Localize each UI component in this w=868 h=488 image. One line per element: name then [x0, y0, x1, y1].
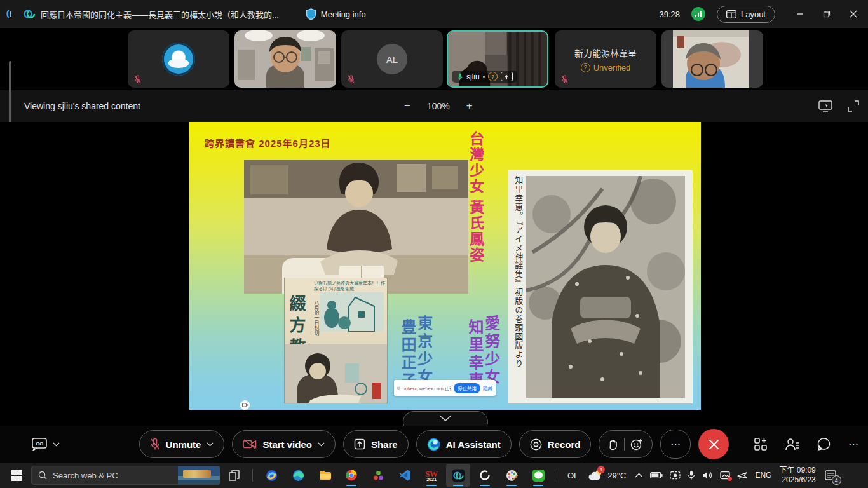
stop-sharing-button[interactable]: 停止共用 — [454, 383, 480, 393]
taskbar-app-paint[interactable] — [499, 464, 524, 487]
photo-kimono-woman — [526, 176, 685, 398]
taskbar-app-file-explorer[interactable] — [313, 464, 337, 487]
organization-logo — [162, 43, 195, 76]
taskbar-separator — [252, 469, 253, 482]
participant-tile-AL[interactable]: AL — [341, 30, 443, 88]
unverified-label: Unverified — [593, 63, 631, 72]
record-label: Record — [548, 439, 581, 450]
ai-assistant-icon — [427, 438, 440, 451]
captions-icon: CC — [32, 438, 47, 451]
edge-icon — [292, 470, 304, 482]
task-view-button[interactable] — [222, 464, 246, 487]
chrome-icon — [346, 470, 357, 481]
taskbar-app-dots[interactable] — [366, 464, 390, 487]
solidworks-icon: SW2021 — [425, 470, 438, 482]
share-button[interactable]: Share — [343, 430, 409, 458]
mic-off-icon — [150, 438, 160, 451]
layout-grid-icon — [726, 10, 736, 18]
tray-chevron-up-icon[interactable] — [635, 473, 643, 478]
svg-text:CC: CC — [36, 441, 43, 447]
ai-assistant-button[interactable]: AI Assistant — [416, 430, 512, 458]
tokyo-girl-text: 東京少女 — [416, 315, 433, 386]
start-button[interactable] — [11, 470, 22, 481]
zoom-out-button[interactable]: − — [404, 100, 410, 112]
closed-captions-button[interactable]: CC — [32, 438, 60, 451]
participant-tile-video-2[interactable] — [661, 30, 763, 88]
reactions-button-group[interactable] — [599, 430, 653, 458]
share-banner-text: nukeoc.webex.com 正在共用您的畫面。 — [403, 384, 451, 391]
language-indicator[interactable]: ENG — [755, 471, 771, 480]
pop-out-screen-icon[interactable] — [818, 100, 832, 112]
slideshow-camera-button[interactable] — [240, 400, 250, 410]
participants-panel-icon[interactable] — [785, 437, 800, 451]
chevron-down-icon — [318, 442, 325, 447]
unverified-question-icon: ? — [581, 63, 590, 72]
layout-button[interactable]: Layout — [717, 6, 775, 23]
taskbar-app-line[interactable] — [526, 464, 550, 487]
taskbar-app-chrome[interactable] — [339, 464, 363, 487]
taskbar-app-vscode[interactable] — [393, 464, 417, 487]
taskbar-search-input[interactable]: Search web & PC — [31, 466, 220, 485]
more-panels-icon[interactable]: ⋯ — [848, 438, 859, 451]
record-icon — [530, 438, 542, 451]
start-video-label: Start video — [262, 439, 312, 450]
dots-app-icon — [373, 470, 384, 481]
running-indicator — [346, 485, 356, 487]
speaker-icon[interactable] — [702, 471, 713, 480]
participant-tile-unverified[interactable]: 新力能源林韋呈 ?Unverified — [555, 30, 656, 88]
participant-filmstrip: AL sjliu ? 新力能源林韋呈 — [0, 28, 868, 90]
chevron-down-icon — [53, 442, 60, 447]
weather-alert-badge: 1 — [597, 466, 605, 473]
close-x-icon — [709, 439, 719, 450]
mic-tray-icon[interactable] — [688, 470, 695, 480]
poster-tagline: い銳も讀ノ藝收の大最度年本！！作探るけつげ投を絮威 — [314, 280, 385, 292]
title-bar: 回應日本帝國的同化主義——長見義三的樺太小說（和人教我的... Meeting … — [0, 0, 868, 28]
webex-logo-icon — [23, 8, 36, 20]
taskbar-app-edge[interactable] — [286, 464, 310, 487]
close-button[interactable] — [849, 10, 858, 18]
participant-tile-video-1[interactable] — [234, 30, 336, 88]
more-options-button[interactable]: ⋯ — [660, 430, 691, 459]
temperature-label: 29°C — [607, 471, 626, 480]
running-indicator — [426, 485, 437, 487]
snip-tool-tray[interactable] — [720, 471, 730, 480]
leave-meeting-button[interactable] — [698, 429, 729, 459]
divider — [624, 438, 625, 451]
shared-slide: 跨界讀書會 2025年6月23日 台灣少女黃氏鳳姿 — [189, 122, 701, 410]
participant-tile-sjliu[interactable]: sjliu ? — [447, 30, 548, 88]
tray-ol-indicator[interactable]: OL — [567, 471, 578, 480]
minimize-button[interactable] — [796, 10, 804, 18]
running-indicator — [480, 485, 490, 487]
browser-share-banner: nukeoc.webex.com 正在共用您的畫面。 停止共用 隱藏 — [394, 380, 496, 396]
notification-center-button[interactable]: 4 — [822, 467, 839, 484]
separator-dot — [483, 76, 485, 78]
shared-content-area: 跨界讀書會 2025年6月23日 台灣少女黃氏鳳姿 — [0, 122, 868, 426]
taskbar-app-circle[interactable] — [473, 464, 497, 487]
unmute-button[interactable]: Unmute — [139, 430, 225, 458]
poster-date: 八月拾一日封切 — [313, 300, 320, 336]
record-button[interactable]: Record — [519, 430, 592, 458]
participant-tile-logo[interactable] — [128, 30, 229, 88]
unverified-badge: ?Unverified — [581, 63, 631, 72]
weather-widget[interactable]: 1 29°C — [588, 469, 626, 482]
meeting-timer: 39:28 — [659, 10, 680, 19]
start-video-button[interactable]: Start video — [232, 430, 336, 458]
apps-panel-icon[interactable] — [754, 437, 768, 451]
chat-panel-icon[interactable] — [817, 437, 831, 451]
taskbar-app-webex[interactable] — [446, 464, 470, 487]
running-indicator — [506, 485, 517, 487]
fullscreen-icon[interactable] — [848, 100, 859, 112]
restore-button[interactable] — [822, 10, 831, 18]
screen-record-icon[interactable] — [670, 471, 681, 480]
muted-mic-icon — [346, 74, 356, 84]
slide-vertical-text-taiwan: 台灣少女黃氏鳳姿 — [467, 131, 484, 334]
ring-app-icon — [479, 470, 491, 481]
copilot-button[interactable] — [259, 464, 283, 487]
airplane-mode-icon[interactable] — [737, 470, 748, 480]
meeting-info-button[interactable]: Meeting info — [306, 8, 366, 20]
taskbar-app-solidworks[interactable]: SW2021 — [419, 464, 444, 487]
taskbar-clock[interactable]: 下午 09:09 2025/6/23 — [779, 466, 815, 485]
zoom-in-button[interactable]: + — [466, 100, 473, 112]
hide-banner-button[interactable]: 隱藏 — [483, 384, 492, 391]
battery-icon[interactable] — [650, 471, 663, 479]
